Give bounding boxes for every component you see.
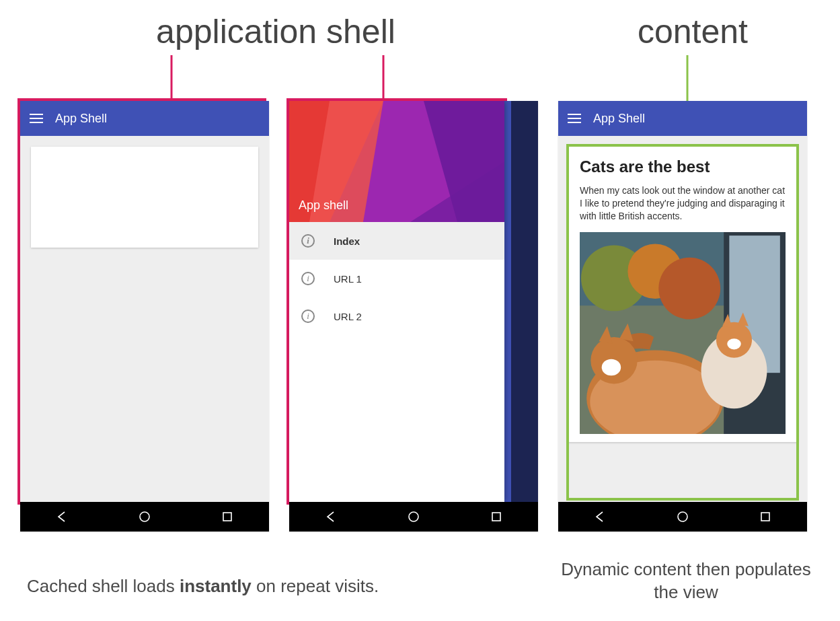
label-application-shell: application shell	[135, 12, 417, 51]
android-navbar	[20, 502, 269, 532]
phone-shell-drawer: App shell i Index i URL 1 i URL 2	[289, 101, 538, 532]
nav-back-icon[interactable]	[325, 511, 337, 523]
svg-point-18	[658, 257, 720, 319]
nav-back-icon[interactable]	[594, 511, 606, 523]
svg-point-30	[678, 512, 687, 521]
content-card-title: Cats are the best	[580, 157, 786, 176]
info-icon: i	[301, 272, 315, 285]
caption-left-suffix: on repeat visits.	[252, 576, 379, 596]
content-card: Cats are the best When my cats look out …	[568, 145, 798, 442]
nav-home-icon[interactable]	[139, 511, 151, 523]
hamburger-icon[interactable]	[568, 114, 581, 123]
caption-left-bold: instantly	[180, 576, 252, 596]
label-content: content	[612, 12, 773, 51]
nav-home-icon[interactable]	[408, 511, 420, 523]
nav-recent-icon[interactable]	[221, 511, 233, 523]
svg-point-29	[727, 338, 740, 349]
nav-home-icon[interactable]	[677, 511, 689, 523]
svg-rect-4	[223, 513, 231, 521]
navigation-drawer: App shell i Index i URL 1 i URL 2	[289, 101, 504, 502]
drawer-item-label: URL 2	[334, 311, 362, 322]
drawer-item-url1[interactable]: i URL 1	[289, 260, 504, 297]
drawer-list: i Index i URL 1 i URL 2	[289, 222, 504, 502]
appbar: App Shell	[20, 101, 269, 136]
drawer-header-title: App shell	[299, 198, 348, 213]
nav-recent-icon[interactable]	[490, 511, 502, 523]
info-icon: i	[301, 309, 315, 323]
content-card-body: When my cats look out the window at anot…	[580, 184, 786, 223]
scrim-strip	[511, 101, 538, 502]
content-card-image	[580, 232, 786, 434]
svg-rect-31	[761, 513, 769, 521]
drawer-header: App shell	[289, 101, 504, 222]
drawer-item-index[interactable]: i Index	[289, 222, 504, 260]
svg-point-24	[602, 359, 621, 375]
svg-point-10	[409, 512, 418, 521]
appbar-title: App Shell	[593, 112, 645, 126]
drawer-item-label: URL 1	[334, 273, 362, 285]
appbar-title: App Shell	[55, 112, 107, 126]
caption-left: Cached shell loads instantly on repeat v…	[20, 575, 538, 598]
android-navbar	[289, 502, 538, 532]
android-navbar	[558, 502, 807, 532]
caption-left-prefix: Cached shell loads	[27, 576, 180, 596]
svg-rect-11	[492, 513, 500, 521]
phone-shell-empty: App Shell	[20, 101, 269, 532]
empty-content-card	[31, 147, 258, 248]
nav-recent-icon[interactable]	[759, 511, 771, 523]
drawer-item-label: Index	[334, 235, 360, 247]
appbar: App Shell	[558, 101, 807, 136]
drawer-item-url2[interactable]: i URL 2	[289, 297, 504, 335]
caption-right: Dynamic content then populates the view	[558, 558, 814, 604]
phone-content: App Shell Cats are the best When my cats…	[558, 101, 807, 532]
hamburger-icon[interactable]	[30, 114, 43, 123]
svg-point-3	[140, 512, 149, 521]
info-icon: i	[301, 234, 315, 248]
nav-back-icon[interactable]	[56, 511, 68, 523]
